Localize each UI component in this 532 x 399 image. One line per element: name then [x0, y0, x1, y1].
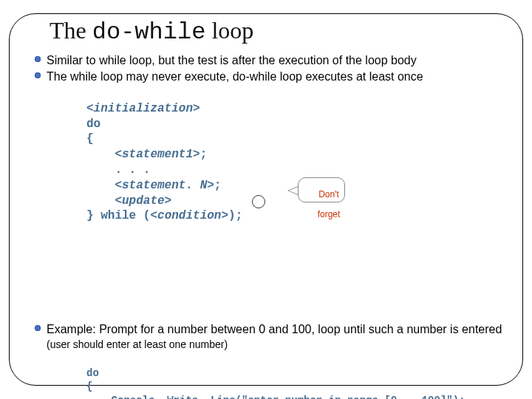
code-do: do	[86, 117, 100, 131]
example-intro-a: Example: Prompt for a number between 0 a…	[47, 323, 502, 335]
code-init: <initialization>	[86, 102, 200, 115]
title-prefix: The	[50, 17, 92, 44]
title-suffix: loop	[205, 17, 253, 44]
dont-forget-callout: Don't forget	[298, 177, 345, 202]
code-stmtn: <statement. N>	[115, 179, 214, 192]
code-while-b: <condition>	[150, 209, 228, 222]
code-update: <update>	[115, 194, 171, 208]
code-while-a: } while (	[86, 209, 150, 222]
bullet-1: Similar to while loop, but the test is a…	[32, 53, 505, 68]
slide-title: The do-while loop	[50, 17, 505, 46]
slide-frame: The do-while loop Similar to while loop,…	[9, 13, 523, 386]
code-while-c: );	[228, 209, 242, 222]
ex-c2: {	[86, 381, 92, 392]
callout-tail	[287, 186, 298, 195]
code-stmt1: <statement1>	[115, 148, 200, 161]
code-dots: . . .	[115, 163, 150, 177]
title-code: do-while	[92, 18, 206, 46]
syntax-code-block: <initialization> do { <statement1>; . . …	[86, 86, 505, 316]
bullet-list: Similar to while loop, but the test is a…	[32, 53, 505, 84]
example-bullet: Example: Prompt for a number between 0 a…	[32, 322, 505, 352]
callout-line1: Don't	[318, 189, 339, 200]
example-code-block: do { Console. Write. Line("enter number …	[86, 353, 505, 399]
ex-c1: do	[86, 367, 99, 379]
example-intro-b: (user should enter at least one number)	[47, 338, 228, 350]
ex-c3: Console. Write. Line("enter number in ra…	[86, 395, 465, 399]
code-brace-open: {	[86, 132, 94, 146]
bullet-2: The while loop may never execute, do-whi…	[32, 69, 505, 84]
semicolon-highlight-circle	[252, 195, 265, 208]
callout-line2: forget	[318, 209, 341, 219]
example-bullet-list: Example: Prompt for a number between 0 a…	[32, 322, 505, 352]
example-section: Example: Prompt for a number between 0 a…	[27, 322, 505, 399]
